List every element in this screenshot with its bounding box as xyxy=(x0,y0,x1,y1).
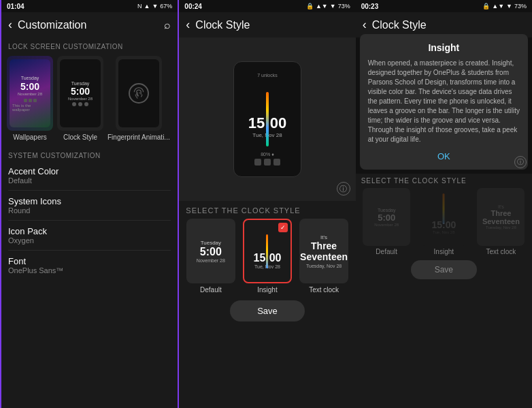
grid-item-clock[interactable]: Tuesday 5:00 November 28 Clock Style xyxy=(57,56,103,141)
save-button-2[interactable]: Save xyxy=(230,300,305,321)
back-button-1[interactable]: ‹ xyxy=(8,18,12,32)
default-date: November 28 xyxy=(197,258,225,263)
setting-font[interactable]: Font OnePlus Sans™ xyxy=(1,252,178,279)
insight-dialog: Insight When opened, a masterpiece is cr… xyxy=(360,34,528,170)
p3-option-default: Tuesday 5:00 November 28 Default xyxy=(360,188,414,255)
p3-text-label: Text clock xyxy=(486,248,516,255)
fingerprint-icon xyxy=(129,83,149,104)
icons-value: Round xyxy=(8,206,171,215)
bottom-icon-2 xyxy=(264,159,271,166)
lock-section-label: LOCK SCREEN CUSTOMIZATION xyxy=(1,37,178,53)
p3-default-thumb: Tuesday 5:00 November 28 xyxy=(363,188,410,246)
page-title-2: Clock Style xyxy=(195,19,348,31)
dialog-ok-button[interactable]: OK xyxy=(368,151,520,161)
status-bar-3: 00:23 🔒 ▲▼ ▼ 73% xyxy=(356,0,532,12)
back-button-3[interactable]: ‹ xyxy=(363,18,367,32)
header-1: ‹ Customization ⌕ xyxy=(1,12,178,37)
tc-date: Tuesday, Nov 28 xyxy=(306,264,342,268)
divider-2 xyxy=(8,220,171,221)
signal-icon-2: ▲▼ xyxy=(316,3,328,10)
search-icon-1[interactable]: ⌕ xyxy=(164,19,171,31)
save-button-3[interactable]: Save xyxy=(411,260,477,279)
header-2: ‹ Clock Style xyxy=(179,12,355,37)
default-thumb: Tuesday 5:00 November 28 xyxy=(186,219,235,283)
dialog-overlay: Insight When opened, a masterpiece is cr… xyxy=(356,37,532,174)
fp-preview xyxy=(118,59,159,127)
clock-options-row: Tuesday 5:00 November 28 Default ✓ 15:00… xyxy=(179,219,355,298)
status-icons-1: N ▲ ▼ 67% xyxy=(137,3,172,10)
wifi-icon-3: ▼ xyxy=(506,3,512,10)
panel-clock-style: 00:24 🔒 ▲▼ ▼ 73% ‹ Clock Style 7 unlocks… xyxy=(179,0,355,408)
battery-2: 73% xyxy=(338,3,350,10)
tc-seventeen: Seventeen xyxy=(300,251,348,262)
grid-item-fingerprint[interactable]: Fingerprint Animati... xyxy=(107,56,170,141)
p3-default-label: Default xyxy=(376,248,397,255)
signal-icon-3: ▲▼ xyxy=(492,3,504,10)
p3-option-insight: 15:00 Tue, Nov 28 Insight xyxy=(417,188,471,255)
tc-three: Three xyxy=(311,240,337,251)
page-title-3: Clock Style xyxy=(372,19,525,31)
wallpaper-thumb: Tuesday 5:00 November 28 This is the wal… xyxy=(7,56,53,131)
grid-item-wallpapers[interactable]: Tuesday 5:00 November 28 This is the wal… xyxy=(7,56,53,141)
p3-insight-thumb: 15:00 Tue, Nov 28 xyxy=(420,188,467,246)
clock-thumb: Tuesday 5:00 November 28 xyxy=(57,56,103,131)
signal-icon: ▲ xyxy=(144,3,150,10)
clock-option-default[interactable]: Tuesday 5:00 November 28 Default xyxy=(184,219,237,294)
wallpaper-label: Wallpapers xyxy=(13,134,47,141)
text-clock-content: It's Three Seventeen Tuesday, Nov 28 xyxy=(297,232,350,271)
clock-icons-row xyxy=(72,102,88,106)
panel-clock-style-dialog: 00:23 🔒 ▲▼ ▼ 73% ‹ Clock Style 7 unlocks… xyxy=(356,0,532,408)
insight-label: Insight xyxy=(257,286,277,294)
clock-label: Clock Style xyxy=(63,134,97,141)
back-button-2[interactable]: ‹ xyxy=(186,18,190,32)
info-button-2[interactable]: ⓘ xyxy=(337,182,350,195)
fingerprint-thumb xyxy=(116,56,162,131)
wallpaper-time: 5:00 xyxy=(20,81,39,92)
p3-bottom: SELECT THE CLOCK STYLE Tuesday 5:00 Nove… xyxy=(356,174,532,408)
setting-accent-color[interactable]: Accent Color Default xyxy=(1,162,178,189)
wifi-icon: ▼ xyxy=(152,3,158,10)
info-button-3[interactable]: ⓘ xyxy=(514,156,527,168)
insight-thumb: ✓ 15:00 Tue, Nov 28 xyxy=(243,219,292,283)
system-section-label: SYSTEM CUSTOMIZATION xyxy=(1,146,178,162)
clock-option-insight[interactable]: ✓ 15:00 Tue, Nov 28 Insight xyxy=(241,219,293,294)
selected-checkmark: ✓ xyxy=(278,223,288,232)
unlocks-label: 7 unlocks xyxy=(257,73,278,78)
page-title-1: Customization xyxy=(18,19,164,31)
bottom-icon-3 xyxy=(273,159,280,166)
bottom-icon-1 xyxy=(254,159,261,166)
default-time: 5:00 xyxy=(200,246,222,258)
wallpaper-day: Tuesday xyxy=(21,76,39,80)
p3-preview-area: 7 unlocks ⏱ 15 mins ⏱ 2 hrs 14:00 Tue No… xyxy=(356,37,532,174)
font-value: OnePlus Sans™ xyxy=(8,266,171,274)
insight-bar xyxy=(266,92,269,146)
icon-pack-value: Oxygen xyxy=(8,236,171,245)
divider-1 xyxy=(8,190,171,191)
setting-system-icons[interactable]: System Icons Round xyxy=(1,192,178,219)
wallpaper-date: November 28 xyxy=(18,92,42,96)
text-thumb: It's Three Seventeen Tuesday, Nov 28 xyxy=(299,219,348,283)
battery-3: 73% xyxy=(514,3,527,10)
clock-day-small: Tuesday xyxy=(71,81,90,86)
status-bar-1: 01:04 N ▲ ▼ 67% xyxy=(1,0,178,12)
default-label: Default xyxy=(200,286,222,294)
battery-1: 67% xyxy=(160,3,172,10)
wifi-icon-2: ▼ xyxy=(330,3,336,10)
battery-indicator: 80% ♦ xyxy=(261,152,274,157)
p3-insight-label: Insight xyxy=(434,248,454,255)
clock-date-small: November 28 xyxy=(68,97,93,101)
accent-name: Accent Color xyxy=(8,166,171,176)
default-day: Tuesday xyxy=(201,240,221,246)
tc-its: It's xyxy=(320,234,327,240)
setting-icon-pack[interactable]: Icon Pack Oxygen xyxy=(1,222,178,249)
font-name: Font xyxy=(8,256,171,266)
phone-mockup: 7 unlocks 15:00 Tue, Nov 28 80% ♦ xyxy=(233,61,301,177)
status-time-2: 00:24 xyxy=(184,3,202,10)
p3-select-label: SELECT THE CLOCK STYLE xyxy=(356,174,532,188)
select-label-2: SELECT THE CLOCK STYLE xyxy=(179,201,355,219)
clock-option-text[interactable]: It's Three Seventeen Tuesday, Nov 28 Tex… xyxy=(298,219,350,294)
wallpaper-preview: Tuesday 5:00 November 28 This is the wal… xyxy=(10,59,50,127)
lock-icon-2: 🔒 xyxy=(306,3,314,10)
lock-items-grid: Tuesday 5:00 November 28 This is the wal… xyxy=(1,53,178,146)
nfc-icon: N xyxy=(137,3,142,10)
